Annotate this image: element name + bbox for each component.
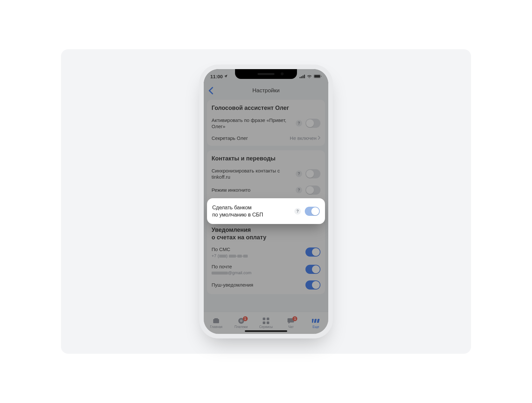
svg-rect-8 [214,318,218,319]
row-secretary[interactable]: Секретарь Олег Не включен [212,132,320,144]
home-indicator[interactable] [245,330,287,332]
svg-rect-12 [267,318,269,320]
sbp-label: Сделать банком по умолчанию в СБП [212,204,263,218]
svg-point-10 [240,320,243,322]
help-icon[interactable]: ? [294,208,301,215]
svg-rect-2 [303,75,303,78]
sms-label: По СМС [212,246,248,253]
svg-rect-17 [317,319,320,323]
toggle-push[interactable] [305,280,320,290]
notch [235,69,297,79]
email-label: По почте [212,263,251,270]
services-icon [262,318,270,324]
row-sms: По СМС +7 () -- [212,244,320,261]
svg-rect-16 [314,319,317,323]
row-sync-contacts: Синхронизировать контакты с tinkoff.ru ? [212,165,320,183]
help-icon[interactable]: ? [296,187,302,193]
activate-phrase-label: Активировать по фразе «Привет, Олег» [212,117,293,130]
badge-chat: 1 [292,316,297,321]
chevron-right-icon [318,135,320,141]
row-email: По почте @gmail.com [212,261,320,278]
more-icon [312,318,320,324]
email-sub: @gmail.com [212,270,251,275]
sync-contacts-label: Синхронизировать контакты с tinkoff.ru [212,168,293,180]
row-push: Пуш-уведомления [212,278,320,292]
tab-home[interactable]: Главная [204,312,229,334]
location-icon [224,74,228,78]
row-activate-phrase: Активировать по фразе «Привет, Олег» ? [212,114,320,132]
toggle-sms[interactable] [305,247,320,257]
phone-frame: 11:00 [199,65,333,338]
tab-more-label: Еще [313,325,319,329]
toggle-sync-contacts[interactable] [305,169,320,178]
tab-services-label: Сервисы [259,325,273,329]
payments-icon: 1 [237,318,245,324]
svg-rect-15 [312,319,314,323]
incognito-label: Режим инкогнито [212,187,293,193]
back-button[interactable] [206,86,215,95]
highlight-sbp: Сделать банком по умолчанию в СБП ? [207,198,325,224]
svg-rect-5 [314,75,320,78]
svg-rect-13 [263,321,265,324]
section-notifications-title: Уведомления о счетах на оплату [212,226,320,241]
tab-more[interactable]: Еще [303,312,328,334]
signal-icon [300,75,305,78]
svg-rect-6 [321,76,322,77]
section-contacts-title: Контакты и переводы [212,155,320,162]
secretary-label: Секретарь Олег [212,135,287,142]
secretary-value: Не включен [290,135,320,141]
svg-rect-11 [263,318,265,320]
push-label: Пуш-уведомления [212,282,303,288]
svg-rect-14 [267,321,269,324]
help-icon[interactable]: ? [296,171,302,177]
sms-sub: +7 () -- [212,253,248,258]
toggle-sbp-default[interactable] [305,207,320,216]
svg-rect-0 [300,77,301,78]
section-oleg: Голосовой ассистент Олег Активировать по… [207,100,325,146]
nav-header: Настройки [204,83,328,98]
tab-chat-label: Чат [288,325,294,329]
wifi-icon [307,75,312,78]
toggle-incognito[interactable] [305,186,320,195]
section-oleg-title: Голосовой ассистент Олег [212,104,320,112]
page-title: Настройки [252,87,279,94]
status-time: 11:00 [210,74,223,79]
section-notifications: Уведомления о счетах на оплату По СМС +7… [207,222,325,294]
toggle-email[interactable] [305,265,320,274]
svg-rect-1 [301,76,302,78]
svg-rect-3 [304,75,305,78]
help-icon[interactable]: ? [296,120,302,127]
chat-icon: 1 [287,318,295,324]
tab-payments-label: Платежи [234,325,248,329]
svg-rect-7 [213,319,219,323]
toggle-activate-phrase[interactable] [305,119,320,128]
battery-icon [314,74,322,78]
badge-payments: 1 [243,316,248,321]
home-icon [212,318,220,324]
tab-home-label: Главная [210,325,222,329]
row-incognito: Режим инкогнито ? [212,183,320,197]
